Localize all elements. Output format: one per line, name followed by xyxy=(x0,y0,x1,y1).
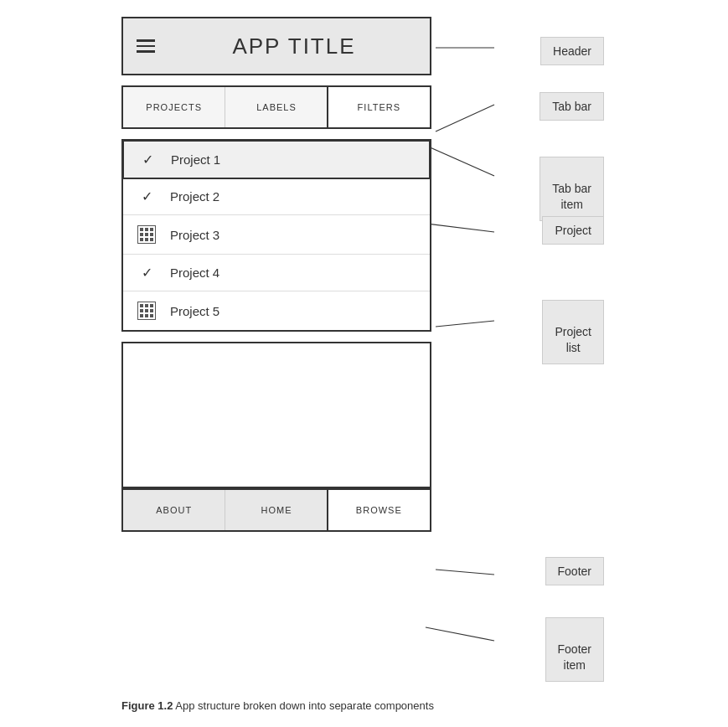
project-item-2[interactable]: ✓ Project 2 xyxy=(123,178,430,215)
project-list: ✓ Project 1 ✓ Project 2 Project 3 xyxy=(121,139,431,332)
label-footer-item: Footer item xyxy=(545,617,604,682)
footer-browse[interactable]: BROWSE xyxy=(327,488,431,532)
figure-caption: Figure 1.2 App structure broken down int… xyxy=(121,699,434,712)
figure-number: Figure 1.2 xyxy=(121,699,173,712)
label-footer: Footer xyxy=(545,557,604,585)
svg-line-6 xyxy=(426,627,494,641)
check-icon-2: ✓ xyxy=(137,188,157,204)
tab-filters[interactable]: FILTERS xyxy=(327,85,431,129)
label-project: Project xyxy=(542,216,604,245)
footer-home[interactable]: HOME xyxy=(225,490,328,530)
header: APP TITLE xyxy=(121,17,431,75)
figure-caption-text: App structure broken down into separate … xyxy=(175,699,434,712)
footer: ABOUT HOME BROWSE xyxy=(121,488,431,532)
label-tab-bar-item: Tab bar item xyxy=(540,157,604,221)
check-icon-1: ✓ xyxy=(137,152,157,168)
label-tab-bar: Tab bar xyxy=(540,92,604,121)
tab-bar: PROJECTS LABELS FILTERS xyxy=(121,85,431,129)
label-project-list: Project list xyxy=(542,300,604,364)
project-item-1[interactable]: ✓ Project 1 xyxy=(122,140,431,179)
project-item-5[interactable]: Project 5 xyxy=(123,291,430,330)
page-container: APP TITLE PROJECTS LABELS FILTERS ✓ Proj… xyxy=(0,0,728,727)
diagram: APP TITLE PROJECTS LABELS FILTERS ✓ Proj… xyxy=(121,17,431,532)
project-item-3[interactable]: Project 3 xyxy=(123,215,430,255)
svg-line-5 xyxy=(436,570,494,575)
check-icon-4: ✓ xyxy=(137,265,157,281)
label-header: Header xyxy=(540,37,604,65)
svg-line-4 xyxy=(436,321,494,327)
content-area xyxy=(121,342,431,488)
grid-icon-5 xyxy=(137,302,157,320)
tab-labels[interactable]: LABELS xyxy=(225,87,328,127)
app-title: APP TITLE xyxy=(172,34,416,59)
project-item-4[interactable]: ✓ Project 4 xyxy=(123,255,430,291)
tab-projects[interactable]: PROJECTS xyxy=(123,87,225,127)
grid-icon-3 xyxy=(137,225,157,244)
hamburger-icon[interactable] xyxy=(137,39,155,53)
svg-line-1 xyxy=(436,105,494,131)
footer-about[interactable]: ABOUT xyxy=(123,490,225,530)
